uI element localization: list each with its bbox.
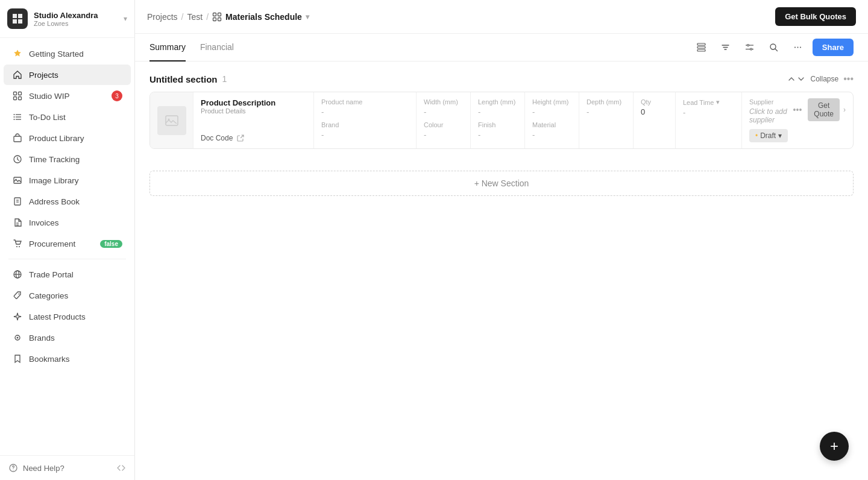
breadcrumb-materials-schedule: Materials Schedule — [225, 12, 302, 22]
grid-icon — [12, 90, 23, 101]
search-button[interactable] — [764, 38, 784, 57]
sidebar-item-address-book[interactable]: Address Book — [4, 191, 131, 212]
row-expand-button[interactable]: › — [843, 106, 846, 114]
supplier-placeholder[interactable]: Click to add supplier — [749, 107, 793, 124]
svg-point-11 — [14, 114, 15, 115]
sidebar-item-projects[interactable]: Projects — [4, 65, 131, 85]
svg-rect-38 — [697, 46, 705, 48]
breadcrumb-chevron-icon[interactable]: ▾ — [306, 13, 309, 21]
cell-supplier: Supplier Click to add supplier • Draft ▾… — [742, 92, 853, 148]
product-details-label: Product Details — [201, 107, 306, 115]
fab-button[interactable]: + — [820, 432, 849, 461]
get-bulk-quotes-button[interactable]: Get Bulk Quotes — [775, 7, 856, 26]
finish-value[interactable]: - — [478, 130, 517, 139]
tab-summary[interactable]: Summary — [149, 34, 186, 62]
width-value[interactable]: - — [424, 107, 463, 116]
sidebar-item-brands[interactable]: Brands — [4, 327, 131, 348]
sidebar-collapse-button[interactable] — [116, 463, 126, 473]
more-options-button[interactable] — [788, 38, 808, 57]
finish-label: Finish — [478, 121, 517, 128]
width-label: Width (mm) — [424, 98, 463, 106]
row-more-button[interactable]: ••• — [793, 105, 802, 115]
breadcrumb-projects[interactable]: Projects — [147, 12, 178, 22]
svg-rect-5 — [19, 92, 22, 95]
box-icon — [12, 133, 23, 144]
section-header: Untitled section 1 Collapse ••• — [149, 74, 854, 84]
sidebar-label-bookmarks: Bookmarks — [29, 355, 70, 364]
materials-schedule-icon — [212, 12, 222, 22]
main-content: Projects / Test / Materials Schedule ▾ G… — [135, 0, 868, 480]
breadcrumb-current: Materials Schedule ▾ — [212, 12, 309, 22]
bookmark-icon — [12, 353, 23, 364]
studio-header[interactable]: Studio Alexandra Zoe Lowres ▾ — [0, 0, 134, 38]
lead-time-label: Lead Time ▾ — [683, 98, 734, 106]
get-quote-button[interactable]: Get Quote — [808, 98, 840, 121]
svg-rect-6 — [14, 97, 17, 100]
colour-value[interactable]: - — [424, 130, 463, 139]
sidebar-item-time-tracking[interactable]: Time Tracking — [4, 149, 131, 169]
section-collapse-button[interactable]: Collapse — [810, 75, 838, 83]
content-area: Summary Financial Share — [135, 34, 868, 480]
share-button[interactable]: Share — [813, 39, 854, 56]
sidebar-label-brands: Brands — [29, 333, 55, 343]
length-value[interactable]: - — [478, 107, 517, 116]
studio-user: Zoe Lowres — [34, 20, 118, 27]
sidebar-label-image-library: Image Library — [29, 176, 79, 185]
link-icon[interactable] — [236, 134, 245, 142]
height-value[interactable]: - — [532, 107, 571, 116]
tab-financial[interactable]: Financial — [200, 34, 234, 62]
new-section-container: + New Section — [135, 161, 868, 206]
cell-qty: Qty 0 — [634, 92, 676, 148]
cell-depth: Depth (mm) - — [579, 92, 634, 148]
svg-rect-3 — [18, 19, 22, 24]
lead-time-value[interactable]: - — [683, 108, 734, 117]
sidebar-item-trade-portal[interactable]: Trade Portal — [4, 264, 131, 285]
new-section-button[interactable]: + New Section — [149, 171, 854, 196]
material-value[interactable]: - — [532, 130, 571, 139]
cell-product-name: Product name - Brand - — [314, 92, 417, 148]
sidebar-item-categories[interactable]: Categories — [4, 285, 131, 306]
sidebar-item-latest-products[interactable]: Latest Products — [4, 306, 131, 327]
home-icon — [12, 69, 23, 80]
svg-point-23 — [16, 246, 17, 247]
table-row: Product Description Product Details Doc … — [150, 92, 853, 148]
qty-value[interactable]: 0 — [641, 107, 668, 116]
svg-rect-2 — [13, 19, 17, 24]
breadcrumb-sep-1: / — [181, 12, 184, 22]
lead-time-sort-icon[interactable]: ▾ — [716, 98, 720, 106]
product-image-placeholder — [157, 106, 186, 135]
brand-value[interactable]: - — [321, 130, 409, 139]
sidebar: Studio Alexandra Zoe Lowres ▾ Getting St… — [0, 0, 135, 480]
file-icon — [12, 217, 23, 228]
product-name-value[interactable]: - — [321, 107, 409, 116]
sidebar-label-projects: Projects — [29, 71, 58, 80]
sidebar-item-todo[interactable]: To-Do List — [4, 107, 131, 127]
need-help-button[interactable]: Need Help? — [8, 463, 64, 473]
sort-button[interactable] — [716, 38, 735, 57]
sidebar-footer: Need Help? — [0, 455, 134, 480]
section-expand-collapse-icons[interactable] — [787, 75, 805, 83]
material-label: Material — [532, 121, 571, 128]
studio-chevron-icon: ▾ — [124, 14, 127, 23]
svg-point-28 — [19, 294, 20, 295]
procurement-badge-new: false — [100, 240, 122, 248]
sidebar-item-getting-started[interactable]: Getting Started — [4, 43, 131, 64]
topbar: Projects / Test / Materials Schedule ▾ G… — [135, 0, 868, 34]
sidebar-item-product-library[interactable]: Product Library — [4, 128, 131, 148]
image-icon — [12, 175, 23, 186]
section-more-button[interactable]: ••• — [843, 74, 854, 84]
depth-value[interactable]: - — [587, 107, 626, 116]
sidebar-item-bookmarks[interactable]: Bookmarks — [4, 349, 131, 369]
sidebar-item-image-library[interactable]: Image Library — [4, 170, 131, 191]
sidebar-item-studio-wip[interactable]: Studio WIP 3 — [4, 86, 131, 106]
doc-code-text: Doc Code — [201, 134, 233, 142]
svg-point-30 — [17, 337, 19, 339]
breadcrumb-test[interactable]: Test — [187, 12, 203, 22]
table-view-button[interactable] — [692, 38, 711, 57]
sidebar-item-invoices[interactable]: Invoices — [4, 212, 131, 233]
draft-button[interactable]: • Draft ▾ — [749, 129, 788, 142]
svg-rect-14 — [14, 136, 21, 142]
cell-image[interactable] — [150, 92, 193, 148]
sidebar-item-procurement[interactable]: Procurement false — [4, 233, 131, 254]
filter-button[interactable] — [740, 38, 760, 57]
